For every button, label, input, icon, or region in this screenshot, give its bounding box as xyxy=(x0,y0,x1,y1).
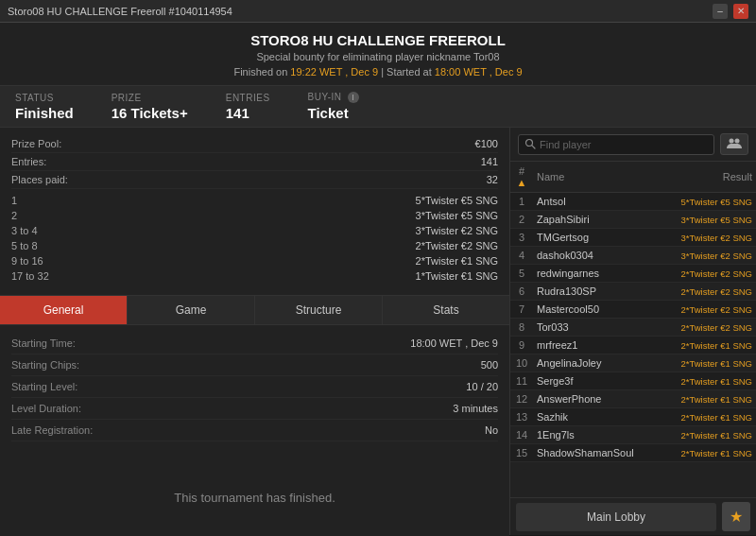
status-item-buyin: Buy-in i Ticket xyxy=(308,92,359,121)
entries-value: 141 xyxy=(226,105,270,121)
title-bar-controls: – ✕ xyxy=(713,4,748,19)
info-val: 3 minutes xyxy=(453,403,498,414)
player-result: 2*Twister €1 SNG xyxy=(661,426,756,444)
list-item: 23*Twister €5 SNG xyxy=(11,208,498,223)
started-time: 18:00 WET , Dec 9 xyxy=(435,66,523,78)
player-result: 2*Twister €1 SNG xyxy=(661,390,756,408)
right-panel: # ▲ Name Result 1 Antsol 5*Twister €5 SN… xyxy=(510,128,756,535)
title-bar: Storo08 HU CHALLENGE Freeroll #104011495… xyxy=(0,0,756,23)
tournament-title: STORO8 HU CHALLENGE FREEROLL xyxy=(0,32,756,48)
place-reward: 2*Twister €1 SNG xyxy=(416,255,498,267)
lobby-btn-row: Main Lobby ★ xyxy=(510,497,756,535)
tournament-times: Finished on 19:22 WET , Dec 9 | Started … xyxy=(0,66,756,78)
player-name: Tor033 xyxy=(533,319,661,337)
table-row: 10 AngelinaJoley 2*Twister €1 SNG xyxy=(510,354,756,372)
status-item-status: Status Finished xyxy=(15,93,74,121)
player-name: Rudra130SP xyxy=(533,283,661,301)
place-reward: 5*Twister €5 SNG xyxy=(416,195,498,206)
tab-general[interactable]: General xyxy=(0,296,128,324)
close-button[interactable]: ✕ xyxy=(733,4,748,19)
player-rank: 4 xyxy=(510,247,533,265)
player-rank: 1 xyxy=(510,193,533,211)
player-name: redwingarnes xyxy=(533,265,661,283)
prize-pool-row: Prize Pool: €100 xyxy=(11,135,498,153)
player-result: 2*Twister €2 SNG xyxy=(661,319,756,337)
player-name: mrfreez1 xyxy=(533,337,661,354)
tab-structure[interactable]: Structure xyxy=(255,296,383,324)
star-button[interactable]: ★ xyxy=(722,502,750,531)
entries-row: Entries: 141 xyxy=(11,153,498,171)
tabs-row: GeneralGameStructureStats xyxy=(0,296,509,325)
search-input[interactable] xyxy=(540,139,708,150)
player-result: 2*Twister €1 SNG xyxy=(661,354,756,372)
list-item: 17 to 321*Twister €1 SNG xyxy=(11,268,498,284)
col-header-result: Result xyxy=(661,162,756,193)
entries-label-left: Entries: xyxy=(11,156,46,167)
place-label: 9 to 16 xyxy=(11,255,68,267)
tab-game[interactable]: Game xyxy=(128,296,255,324)
list-item: Starting Time:18:00 WET , Dec 9 xyxy=(11,333,498,354)
table-row: 2 ZapahSibiri 3*Twister €5 SNG xyxy=(510,211,756,229)
svg-line-1 xyxy=(532,146,535,148)
tab-content: Starting Time:18:00 WET , Dec 9Starting … xyxy=(0,325,509,445)
buyin-info-icon[interactable]: i xyxy=(348,92,359,103)
main-lobby-button[interactable]: Main Lobby xyxy=(516,503,716,531)
player-result: 5*Twister €5 SNG xyxy=(661,193,756,211)
prize-value: 16 Tickets+ xyxy=(112,105,188,121)
buyin-label: Buy-in i xyxy=(308,92,359,103)
table-row: 11 Serge3f 2*Twister €1 SNG xyxy=(510,372,756,390)
player-rank: 13 xyxy=(510,408,533,426)
player-result: 2*Twister €1 SNG xyxy=(661,444,756,462)
table-row: 14 1Eng7ls 2*Twister €1 SNG xyxy=(510,426,756,444)
entries-label: Entries xyxy=(226,93,270,103)
info-val: 10 / 20 xyxy=(466,381,498,392)
players-icon-button[interactable] xyxy=(720,133,748,155)
player-rank: 8 xyxy=(510,319,533,337)
places-paid-row: Places paid: 32 xyxy=(11,171,498,189)
prize-pool-value: €100 xyxy=(475,138,498,149)
info-key: Late Registration: xyxy=(11,424,93,436)
table-row: 5 redwingarnes 2*Twister €2 SNG xyxy=(510,265,756,283)
svg-point-3 xyxy=(735,139,740,144)
player-result: 3*Twister €2 SNG xyxy=(661,229,756,247)
players-scroll[interactable]: # ▲ Name Result 1 Antsol 5*Twister €5 SN… xyxy=(510,162,756,497)
player-result: 2*Twister €2 SNG xyxy=(661,301,756,319)
info-key: Starting Level: xyxy=(11,381,77,392)
player-name: ShadowShamanSoul xyxy=(533,444,661,462)
player-name: Serge3f xyxy=(533,372,661,390)
status-value: Finished xyxy=(15,105,74,121)
player-name: dashok0304 xyxy=(533,247,661,265)
tab-stats[interactable]: Stats xyxy=(383,296,509,324)
main-content: Prize Pool: €100 Entries: 141 Places pai… xyxy=(0,128,756,535)
search-icon xyxy=(524,138,536,151)
prize-info-section: Prize Pool: €100 Entries: 141 Places pai… xyxy=(0,128,509,296)
info-key: Starting Chips: xyxy=(11,359,79,371)
status-label: Status xyxy=(15,93,74,103)
list-item: 5 to 82*Twister €2 SNG xyxy=(11,238,498,253)
info-val: 500 xyxy=(481,359,498,371)
player-result: 2*Twister €2 SNG xyxy=(661,265,756,283)
minimize-button[interactable]: – xyxy=(713,4,728,19)
table-row: 9 mrfreez1 2*Twister €1 SNG xyxy=(510,337,756,354)
place-label: 2 xyxy=(11,210,68,221)
prize-label: Prize xyxy=(112,93,188,103)
left-panel: Prize Pool: €100 Entries: 141 Places pai… xyxy=(0,128,510,535)
list-item: Late Registration:No xyxy=(11,420,498,441)
list-item: Level Duration:3 minutes xyxy=(11,398,498,420)
place-reward: 3*Twister €2 SNG xyxy=(416,225,498,236)
player-result: 2*Twister €1 SNG xyxy=(661,372,756,390)
player-rank: 2 xyxy=(510,211,533,229)
player-rank: 3 xyxy=(510,229,533,247)
player-rank: 15 xyxy=(510,444,533,462)
finished-message: This tournament has finished. xyxy=(0,445,509,536)
list-item: 15*Twister €5 SNG xyxy=(11,193,498,208)
info-val: 18:00 WET , Dec 9 xyxy=(410,337,498,349)
place-label: 1 xyxy=(11,195,68,206)
search-row xyxy=(510,128,756,162)
status-bar: Status Finished Prize 16 Tickets+ Entrie… xyxy=(0,86,756,128)
place-reward: 2*Twister €2 SNG xyxy=(416,240,498,251)
table-row: 12 AnswerPhone 2*Twister €1 SNG xyxy=(510,390,756,408)
table-row: 3 TMGertsog 3*Twister €2 SNG xyxy=(510,229,756,247)
tabs-section: GeneralGameStructureStats Starting Time:… xyxy=(0,296,509,536)
svg-point-2 xyxy=(730,139,734,144)
